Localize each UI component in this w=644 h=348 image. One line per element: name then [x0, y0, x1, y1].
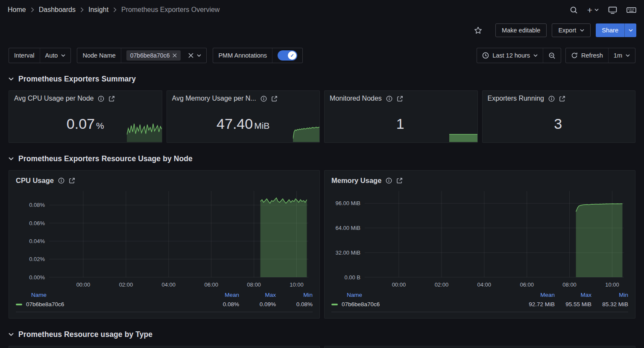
- panel-monitored-nodes: Monitored Nodes 1: [324, 90, 478, 143]
- stat-value: 3: [483, 116, 635, 132]
- dashboard-toolbar: Make editable Export Share: [0, 20, 644, 41]
- svg-text:00:00: 00:00: [76, 281, 91, 288]
- section-exporters-summary[interactable]: Prometheus Exporters Summary: [9, 73, 635, 84]
- svg-text:06:00: 06:00: [204, 281, 218, 288]
- svg-text:04:00: 04:00: [162, 281, 176, 288]
- section-title: Prometheus Exporters Summary: [18, 75, 136, 84]
- interval-value: Auto: [45, 52, 58, 59]
- legend-row: 07b6be8a70c6 92.72 MiB 95.55 MiB 85.32 M…: [331, 301, 628, 312]
- legend-header-mean[interactable]: Mean: [518, 292, 555, 298]
- cpu-sparkline: [127, 122, 162, 142]
- chevron-right-icon: [31, 7, 34, 12]
- legend-header-name[interactable]: Name: [16, 292, 202, 298]
- refresh-interval-select[interactable]: 1m: [608, 48, 635, 63]
- stat-panels-row: Avg CPU Usage per Node 0.07% Avg Memory …: [9, 90, 635, 143]
- legend-header-max[interactable]: Max: [239, 292, 276, 298]
- node-name-control: Node Name 07b6be8a70c6: [77, 48, 207, 63]
- svg-text:96.00 MiB: 96.00 MiB: [335, 200, 360, 206]
- panel-title: Exporters Running: [488, 95, 544, 102]
- clear-icon[interactable]: [173, 53, 177, 58]
- svg-text:10:00: 10:00: [605, 281, 619, 288]
- panel-title: Memory Usage: [331, 177, 381, 185]
- panel-avg-memory-usage: Avg Memory Usage per N... 47.40MiB: [167, 90, 320, 143]
- svg-text:0.04%: 0.04%: [29, 238, 45, 244]
- zoom-out-icon: [548, 52, 556, 59]
- external-link-icon[interactable]: [69, 177, 75, 184]
- chevron-down-icon: [533, 54, 538, 57]
- breadcrumb-home[interactable]: Home: [8, 6, 26, 14]
- svg-text:64.00 MiB: 64.00 MiB: [335, 225, 360, 231]
- chevron-down-icon: [9, 77, 14, 81]
- stat-value: 1: [325, 116, 477, 132]
- external-link-icon[interactable]: [559, 96, 565, 102]
- legend-header-min[interactable]: Min: [591, 292, 628, 298]
- series-name[interactable]: 07b6be8a70c6: [16, 301, 202, 307]
- chevron-down-icon: [197, 54, 201, 57]
- cpu-usage-chart[interactable]: 0.00%0.02%0.04%0.06%0.08%00:0002:0004:00…: [16, 187, 313, 290]
- add-menu-button[interactable]: +: [587, 6, 599, 14]
- legend-header-mean[interactable]: Mean: [202, 292, 239, 298]
- make-editable-button[interactable]: Make editable: [495, 23, 547, 37]
- info-icon[interactable]: [386, 96, 392, 102]
- export-label: Export: [558, 27, 576, 34]
- info-icon[interactable]: [261, 96, 267, 102]
- info-icon[interactable]: [98, 96, 104, 102]
- node-name-tag[interactable]: 07b6be8a70c6: [126, 50, 181, 61]
- node-name-select[interactable]: 07b6be8a70c6: [121, 48, 207, 63]
- series-color-swatch: [331, 304, 338, 305]
- keyboard-icon[interactable]: [626, 6, 636, 14]
- nodes-sparkline: [449, 133, 477, 142]
- external-link-icon[interactable]: [108, 96, 115, 102]
- svg-text:10:00: 10:00: [290, 281, 304, 288]
- chevron-down-icon: [580, 29, 584, 32]
- legend-mean-value: 92.72 MiB: [518, 301, 555, 307]
- breadcrumb: Home Dashboards Insight Prometheus Expor…: [8, 6, 220, 14]
- info-icon[interactable]: [58, 177, 64, 184]
- chevron-down-icon: [594, 9, 599, 11]
- breadcrumb-current-page: Prometheus Exporters Overview: [121, 6, 220, 14]
- info-icon[interactable]: [548, 96, 555, 102]
- external-link-icon[interactable]: [271, 96, 278, 102]
- filter-bar: Interval Auto Node Name 07b6be8a70c6 PMM…: [9, 48, 635, 63]
- external-link-icon[interactable]: [396, 177, 403, 184]
- series-name[interactable]: 07b6be8a70c6: [331, 301, 518, 307]
- breadcrumb-dashboards[interactable]: Dashboards: [39, 6, 76, 14]
- section-resource-by-type[interactable]: Prometheus Resource usage by Type: [9, 329, 635, 340]
- cutoff-panels-row: [9, 346, 635, 348]
- panel-title: Monitored Nodes: [330, 95, 382, 102]
- zoom-out-button[interactable]: [543, 48, 561, 63]
- legend-header-min[interactable]: Min: [276, 292, 313, 298]
- search-icon[interactable]: [570, 6, 578, 14]
- legend-header-max[interactable]: Max: [555, 292, 591, 298]
- breadcrumb-insight[interactable]: Insight: [88, 6, 108, 14]
- time-picker-group: Last 12 hours: [477, 48, 561, 63]
- svg-text:00:00: 00:00: [392, 281, 406, 288]
- share-menu-button[interactable]: [624, 23, 636, 37]
- time-range-picker[interactable]: Last 12 hours: [477, 48, 543, 63]
- legend-header-name[interactable]: Name: [331, 292, 518, 298]
- export-button[interactable]: Export: [552, 23, 591, 37]
- panel-title: Avg Memory Usage per N...: [172, 95, 256, 102]
- pmm-annotations-toggle[interactable]: ✓: [278, 50, 297, 61]
- interval-select[interactable]: Auto: [40, 48, 71, 63]
- chevron-down-icon: [9, 333, 14, 336]
- memory-usage-chart[interactable]: 0.00 B32.00 MiB64.00 MiB96.00 MiB00:0002…: [331, 187, 628, 290]
- chevron-right-icon: [80, 7, 84, 12]
- refresh-group: Refresh 1m: [565, 48, 635, 63]
- monitor-icon[interactable]: [608, 6, 617, 14]
- svg-text:06:00: 06:00: [520, 281, 534, 288]
- clear-all-icon[interactable]: [188, 53, 193, 58]
- cutoff-panel-left: [9, 346, 320, 348]
- section-resource-by-node[interactable]: Prometheus Exporters Resource Usage by N…: [9, 153, 635, 164]
- external-link-icon[interactable]: [397, 96, 403, 102]
- chevron-down-icon: [629, 29, 633, 32]
- refresh-button[interactable]: Refresh: [566, 48, 608, 63]
- share-button[interactable]: Share: [596, 23, 624, 37]
- star-icon[interactable]: [474, 26, 483, 35]
- svg-text:08:00: 08:00: [562, 281, 577, 288]
- memory-sparkline: [293, 126, 319, 142]
- legend-min-value: 0.08%: [276, 301, 313, 307]
- info-icon[interactable]: [386, 177, 392, 184]
- svg-text:0.02%: 0.02%: [29, 256, 45, 262]
- node-name-value: 07b6be8a70c6: [130, 52, 170, 59]
